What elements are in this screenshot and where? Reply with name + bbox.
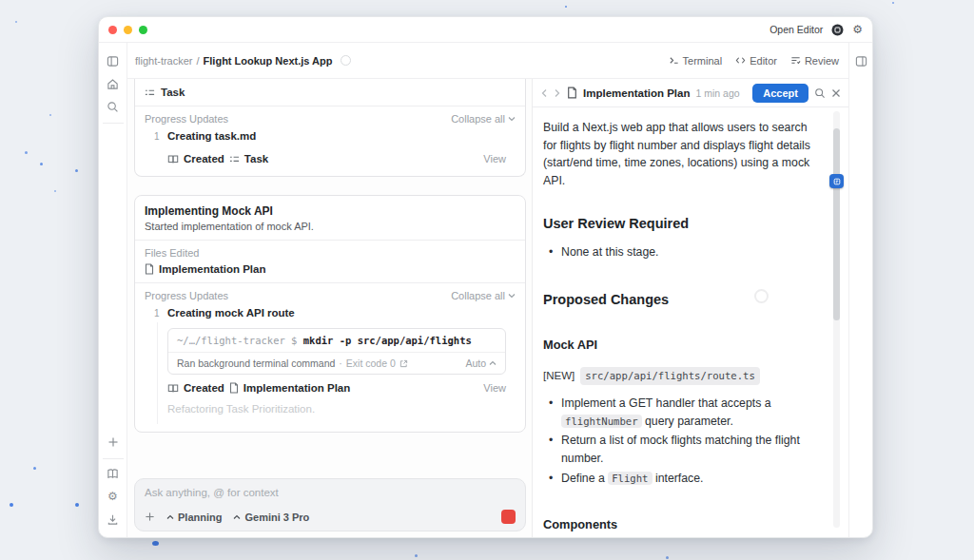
rail-divider (103, 458, 124, 459)
download-icon[interactable] (103, 509, 124, 530)
external-link-icon[interactable] (399, 359, 408, 368)
terminal-button[interactable]: Terminal (669, 55, 723, 67)
chevron-up-icon (233, 514, 241, 520)
confetti-dot (25, 151, 28, 154)
close-window-button[interactable] (108, 26, 117, 34)
file-path-chip: src/app/api/flights/route.ts (580, 367, 760, 385)
review-button[interactable]: Review (790, 55, 839, 67)
minimize-window-button[interactable] (124, 26, 132, 34)
search-icon[interactable] (814, 87, 826, 99)
rail-divider (103, 123, 124, 124)
chevron-up-icon (166, 514, 174, 520)
user-review-heading: User Review Required (543, 213, 824, 234)
gear-icon[interactable]: ⚙ (103, 486, 124, 507)
terminal-command-block[interactable]: ~/…/flight-tracker $ mkdir -p src/app/ap… (167, 328, 506, 375)
confetti-dot (15, 21, 17, 23)
collapse-all-button[interactable]: Collapse all (451, 113, 516, 125)
spinner-ring (754, 289, 769, 303)
desktop-background: Open Editor ⚙ (0, 0, 974, 560)
terminal-status: Ran background terminal command (177, 357, 335, 369)
editor-button[interactable]: Editor (735, 55, 777, 67)
user-review-list: None at this stage. (549, 243, 824, 261)
add-icon[interactable] (103, 432, 124, 453)
breadcrumb-title[interactable]: Flight Lookup Next.js App (204, 55, 333, 67)
toggle-left-panel-icon[interactable] (103, 50, 124, 71)
view-button[interactable]: View (483, 382, 506, 394)
code-icon (735, 55, 746, 66)
breadcrumb[interactable]: flight-tracker / Flight Lookup Next.js A… (135, 55, 351, 67)
confetti-dot (565, 6, 567, 8)
auto-toggle[interactable]: Auto (465, 357, 497, 369)
home-icon[interactable] (103, 73, 124, 94)
components-heading: Components (543, 515, 824, 533)
collapse-all-button[interactable]: Collapse all (451, 290, 516, 301)
confetti-dot (75, 169, 78, 172)
review-icon (790, 55, 801, 66)
task-card: Task Progress Updates Collapse all (134, 79, 526, 177)
task-card-title: Task (161, 87, 185, 98)
confetti-dot (892, 2, 894, 4)
toggle-right-panel-icon[interactable] (850, 50, 871, 71)
list-item: Define a Flight interface. (549, 470, 824, 488)
task-list-icon (145, 87, 155, 98)
agent-panel: Task Progress Updates Collapse all (127, 79, 533, 537)
chevron-down-icon (508, 116, 516, 122)
plan-intro: Build a Next.js web app that allows user… (543, 119, 824, 190)
created-file-row[interactable]: Created Implementation Plan View (167, 377, 506, 399)
plan-document[interactable]: Build a Next.js web app that allows user… (533, 107, 848, 537)
document-icon (229, 382, 239, 394)
files-edited-label: Files Edited (145, 247, 199, 259)
review-annotation-marker[interactable] (829, 174, 844, 188)
progress-updates-label: Progress Updates (145, 113, 228, 125)
open-editor-button[interactable]: Open Editor (769, 24, 823, 35)
search-icon[interactable] (103, 96, 124, 117)
terminal-command: mkdir -p src/app/api/flights (303, 335, 472, 346)
confetti-dot (49, 114, 51, 116)
progress-updates-label: Progress Updates (145, 290, 228, 301)
plan-timestamp: 1 min ago (695, 87, 739, 99)
mode-selector[interactable]: Planning (166, 512, 222, 523)
confetti-dot (666, 556, 669, 559)
scrollbar-thumb[interactable] (833, 128, 840, 320)
stop-button[interactable] (501, 510, 516, 524)
breadcrumb-project[interactable]: flight-tracker (135, 55, 193, 67)
chevron-left-icon[interactable] (540, 88, 548, 98)
right-icon-rail (848, 43, 872, 537)
terminal-prompt: ~/…/flight-tracker $ (177, 335, 303, 346)
progress-step[interactable]: 1 Creating task.md (145, 125, 516, 144)
mock-api-card: Implementing Mock API Started implementa… (134, 195, 526, 433)
open-book-icon (167, 383, 179, 394)
list-item: Implement a GET handler that accepts a f… (549, 395, 824, 430)
chat-composer[interactable]: Ask anything, @ for context Planning (134, 478, 526, 531)
inline-code: flightNumber (561, 415, 642, 428)
close-icon[interactable] (831, 88, 841, 98)
titlebar: Open Editor ⚙ (99, 17, 872, 43)
view-button[interactable]: View (483, 153, 506, 164)
logo-icon[interactable] (831, 24, 844, 36)
inline-code: Flight (608, 472, 652, 485)
zoom-window-button[interactable] (139, 26, 147, 34)
confetti-dot (415, 554, 418, 557)
book-icon[interactable] (103, 463, 124, 484)
terminal-icon (669, 55, 679, 66)
left-icon-rail: ⚙ (99, 43, 127, 537)
card-subtitle: Started implementation of mock API. (145, 221, 516, 232)
chevron-down-icon (508, 293, 516, 299)
project-toolbar: flight-tracker / Flight Lookup Next.js A… (127, 43, 848, 79)
pending-step: Refactoring Task Prioritization. (167, 399, 506, 420)
attach-plus-icon[interactable] (145, 512, 155, 522)
accept-button[interactable]: Accept (752, 84, 808, 103)
task-list-icon (229, 154, 240, 164)
created-file-row[interactable]: Created Task View (167, 147, 506, 170)
confetti-dot (33, 467, 36, 470)
composer-placeholder[interactable]: Ask anything, @ for context (145, 487, 516, 498)
chevron-right-icon[interactable] (554, 88, 561, 98)
progress-step[interactable]: 1 Creating mock API route (145, 301, 516, 320)
card-title: Implementing Mock API (145, 204, 516, 218)
confetti-dot (54, 190, 56, 192)
document-icon (145, 263, 154, 275)
edited-file-row[interactable]: Implementation Plan (145, 263, 516, 275)
gear-icon[interactable]: ⚙ (852, 23, 863, 36)
model-selector[interactable]: Gemini 3 Pro (233, 512, 309, 523)
comment-icon (833, 178, 841, 185)
